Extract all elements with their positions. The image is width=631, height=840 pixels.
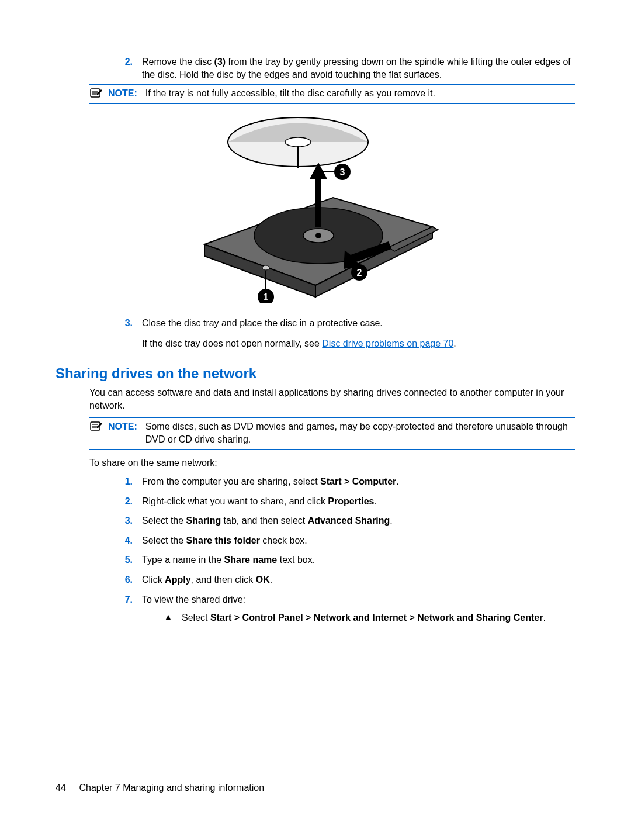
page-footer: 44 Chapter 7 Managing and sharing inform… <box>56 783 264 793</box>
svg-point-6 <box>285 137 311 147</box>
link-disc-drive-problems[interactable]: Disc drive problems on page 70 <box>322 338 453 348</box>
step-body: Remove the disc (3) from the tray by gen… <box>142 56 575 81</box>
note-text: If the tray is not fully accessible, til… <box>145 87 575 100</box>
step-2: 2. Remove the disc (3) from the tray by … <box>56 56 575 81</box>
share-lead: To share on the same network: <box>56 457 575 469</box>
step-number: 1. <box>108 475 142 488</box>
heading-sharing-drives: Sharing drives on the network <box>56 365 575 382</box>
svg-text:3: 3 <box>340 167 345 177</box>
triangle-bullet-icon: ▲ <box>164 611 182 624</box>
note-tilt-disc: NOTE: If the tray is not fully accessibl… <box>89 84 575 104</box>
substep-item: ▲Select Start > Control Panel > Network … <box>164 611 575 624</box>
note-label: NOTE: <box>108 420 145 433</box>
step-number: 4. <box>108 534 142 547</box>
tray-fail-note: If the disc tray does not open normally,… <box>56 337 575 350</box>
step-body: Select the Share this folder check box. <box>142 534 575 547</box>
substep-body: Select Start > Control Panel > Network a… <box>182 611 546 624</box>
note-text: Some discs, such as DVD movies and games… <box>145 420 575 445</box>
share-step-3: 3.Select the Sharing tab, and then selec… <box>56 514 575 527</box>
step-body: To view the shared drive:▲Select Start >… <box>142 593 575 624</box>
svg-point-9 <box>316 233 321 238</box>
step-body: Right-click what you want to share, and … <box>142 495 575 508</box>
step-body: Type a name in the Share name text box. <box>142 554 575 566</box>
share-step-2: 2.Right-click what you want to share, an… <box>56 495 575 508</box>
share-step-1: 1.From the computer you are sharing, sel… <box>56 475 575 488</box>
note-copy-protected: NOTE: Some discs, such as DVD movies and… <box>89 417 575 450</box>
step-body: From the computer you are sharing, selec… <box>142 475 575 488</box>
step-3: 3. Close the disc tray and place the dis… <box>56 317 575 330</box>
step-number: 2. <box>108 56 142 81</box>
page-number: 44 <box>56 783 77 793</box>
step-body: Click Apply, and then click OK. <box>142 573 575 586</box>
substep-list: ▲Select Start > Control Panel > Network … <box>142 611 575 624</box>
note-label: NOTE: <box>108 87 145 100</box>
step-number: 2. <box>108 495 142 508</box>
note-icon <box>89 420 108 432</box>
share-step-5: 5.Type a name in the Share name text box… <box>56 554 575 566</box>
step-body: Select the Sharing tab, and then select … <box>142 514 575 527</box>
step-number: 3. <box>108 317 142 330</box>
step-number: 3. <box>108 514 142 527</box>
svg-text:2: 2 <box>357 268 362 278</box>
step-number: 7. <box>108 593 142 624</box>
step-number: 5. <box>108 554 142 566</box>
step-number: 6. <box>108 573 142 586</box>
note-icon <box>89 87 108 99</box>
chapter-title: Chapter 7 Managing and sharing informati… <box>79 783 264 793</box>
svg-text:1: 1 <box>264 292 269 302</box>
share-step-6: 6.Click Apply, and then click OK. <box>56 573 575 586</box>
figure-disc-tray: 3 2 1 <box>56 110 575 305</box>
intro-paragraph: You can access software and data and ins… <box>56 386 575 412</box>
svg-point-10 <box>262 265 269 270</box>
share-step-7: 7.To view the shared drive:▲Select Start… <box>56 593 575 624</box>
step-body: Close the disc tray and place the disc i… <box>142 317 575 330</box>
share-step-4: 4.Select the Share this folder check box… <box>56 534 575 547</box>
